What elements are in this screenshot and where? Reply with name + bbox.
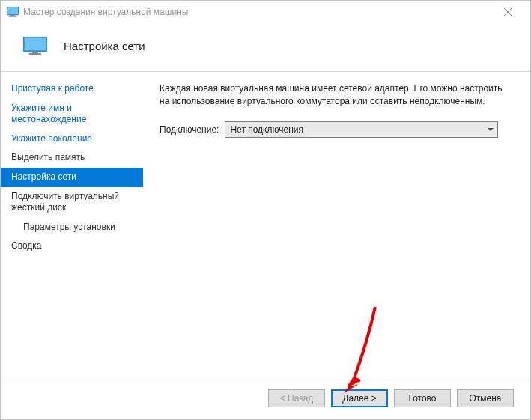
titlebar: Мастер создания виртуальной машины — [1, 1, 530, 23]
sidebar-item-virtual-disk[interactable]: Подключить виртуальный жесткий диск — [1, 187, 143, 218]
wizard-window: Мастер создания виртуальной машины Настр… — [0, 0, 531, 420]
sidebar-item-getting-started[interactable]: Приступая к работе — [1, 79, 143, 99]
next-button[interactable]: Далее > — [331, 389, 388, 407]
svg-rect-3 — [9, 16, 16, 17]
connection-label: Подключение: — [160, 124, 219, 135]
wizard-header: Настройка сети — [1, 23, 530, 71]
sidebar-item-summary[interactable]: Сводка — [1, 237, 143, 256]
svg-rect-1 — [7, 7, 18, 14]
monitor-icon — [23, 37, 47, 55]
cancel-button[interactable]: Отмена — [457, 389, 514, 407]
svg-rect-7 — [25, 38, 46, 50]
page-title: Настройка сети — [64, 40, 145, 52]
svg-rect-2 — [10, 15, 15, 16]
sidebar-item-install-options[interactable]: Параметры установки — [1, 218, 143, 237]
connection-row: Подключение: Нет подключения — [160, 121, 508, 138]
connection-select[interactable]: Нет подключения — [225, 121, 498, 138]
finish-button[interactable]: Готово — [394, 389, 451, 407]
sidebar-item-memory[interactable]: Выделить память — [1, 148, 143, 168]
sidebar-item-generation[interactable]: Укажите поколение — [1, 130, 143, 149]
connection-select-wrap: Нет подключения — [225, 121, 498, 138]
monitor-icon — [7, 7, 19, 17]
description-text: Каждая новая виртуальная машина имеет се… — [160, 82, 508, 108]
back-button: < Назад — [268, 389, 325, 407]
window-title: Мастер создания виртуальной машины — [23, 7, 491, 17]
sidebar-item-networking[interactable]: Настройка сети — [1, 168, 143, 187]
wizard-footer: < Назад Далее > Готово Отмена — [1, 380, 530, 419]
wizard-body: Приступая к работе Укажите имя и местона… — [1, 72, 530, 380]
svg-rect-8 — [32, 52, 38, 53]
sidebar-item-name-location[interactable]: Укажите имя и местонахождение — [1, 99, 143, 130]
svg-rect-9 — [29, 53, 41, 55]
wizard-main: Каждая новая виртуальная машина имеет се… — [143, 72, 530, 380]
close-button[interactable] — [491, 1, 524, 22]
wizard-sidebar: Приступая к работе Укажите имя и местона… — [1, 72, 143, 380]
